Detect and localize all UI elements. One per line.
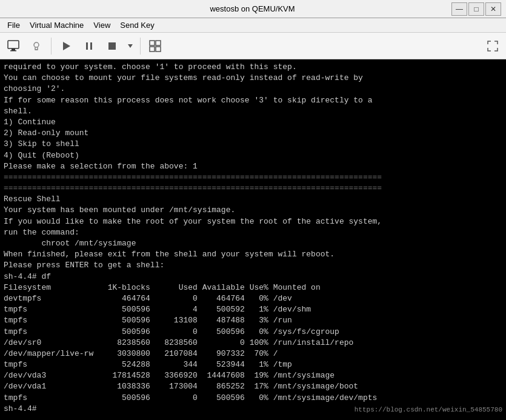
lightbulb-button[interactable] bbox=[25, 35, 47, 57]
terminal-line: If you would like to make the root of yo… bbox=[4, 216, 502, 227]
terminal-line: /dev/vda3 17814528 3366920 14447608 19% … bbox=[4, 370, 502, 381]
svg-rect-8 bbox=[108, 42, 116, 50]
terminal-line: tmpfs 500596 4 500592 1% /dev/shm bbox=[4, 304, 502, 315]
dropdown-icon bbox=[127, 42, 134, 50]
vm-screenshot-icon bbox=[148, 39, 162, 53]
svg-rect-1 bbox=[12, 48, 15, 50]
terminal-line: /dev/sr0 8238560 8238560 0 100% /run/ins… bbox=[4, 338, 502, 348]
play-icon bbox=[61, 41, 72, 52]
terminal-line: tmpfs 500596 0 500596 0% /mnt/sysimage/d… bbox=[4, 393, 502, 404]
terminal-line: ========================================… bbox=[4, 172, 502, 183]
terminal-line: run the command: bbox=[4, 227, 502, 238]
terminal-line: If for some reason this process does not… bbox=[4, 95, 502, 106]
svg-marker-9 bbox=[128, 44, 133, 48]
terminal-line: /dev/vda1 1038336 173004 865252 17% /mnt… bbox=[4, 381, 502, 392]
minimize-button[interactable]: — bbox=[451, 2, 467, 16]
terminal-line: 2) Read-only mount bbox=[4, 128, 502, 139]
close-button[interactable]: ✕ bbox=[485, 2, 501, 16]
terminal-line: sh-4.4# df bbox=[4, 272, 502, 282]
title-bar-controls: — □ ✕ bbox=[451, 2, 501, 16]
svg-rect-7 bbox=[90, 42, 92, 50]
svg-rect-0 bbox=[8, 41, 19, 48]
terminal-line: tmpfs 524288 344 523944 1% /tmp bbox=[4, 359, 502, 370]
terminal-line: choosing '2'. bbox=[4, 84, 502, 95]
terminal-line: Rescue Shell bbox=[4, 194, 502, 205]
window-title: westosb on QEMU/KVM bbox=[210, 4, 295, 13]
terminal-line: ========================================… bbox=[4, 183, 502, 194]
terminal-line: Filesystem 1K-blocks Used Available Use%… bbox=[4, 282, 502, 293]
terminal-line: When finished, please exit from the shel… bbox=[4, 249, 502, 260]
svg-rect-12 bbox=[150, 47, 155, 52]
terminal-line: chroot /mnt/sysimage bbox=[4, 238, 502, 249]
terminal-line: 1) Continue bbox=[4, 117, 502, 128]
svg-marker-5 bbox=[63, 42, 70, 50]
menu-virtual-machine[interactable]: Virtual Machine bbox=[25, 19, 88, 31]
toolbar bbox=[0, 33, 506, 59]
terminal-line: Please make a selection from the above: … bbox=[4, 161, 502, 172]
title-bar: westosb on QEMU/KVM — □ ✕ bbox=[0, 0, 506, 18]
menu-bar: File Virtual Machine View Send Key bbox=[0, 18, 506, 33]
svg-rect-2 bbox=[10, 50, 16, 52]
stop-icon bbox=[107, 41, 118, 52]
svg-rect-11 bbox=[156, 41, 161, 45]
svg-point-3 bbox=[34, 42, 39, 47]
fullscreen-icon bbox=[486, 39, 499, 53]
monitor-icon bbox=[7, 39, 20, 53]
pause-button[interactable] bbox=[78, 35, 100, 57]
dropdown-button[interactable] bbox=[124, 35, 136, 57]
watermark: https://blog.csdn.net/weixin_54855780 bbox=[355, 405, 502, 415]
svg-rect-10 bbox=[150, 41, 155, 45]
monitor-button[interactable] bbox=[2, 35, 24, 57]
svg-rect-6 bbox=[86, 42, 88, 50]
toolbar-separator-1 bbox=[51, 38, 52, 55]
terminal-line: devtmpfs 464764 0 464764 0% /dev bbox=[4, 293, 502, 304]
maximize-button[interactable]: □ bbox=[468, 2, 484, 16]
terminal-line: You can choose to mount your file system… bbox=[4, 73, 502, 84]
terminal-line: required to your system. choose '1' to p… bbox=[4, 62, 502, 73]
terminal-line: Please press ENTER to get a shell: bbox=[4, 260, 502, 271]
terminal-line: 4) Quit (Reboot) bbox=[4, 150, 502, 161]
pause-icon bbox=[84, 41, 95, 52]
vm-screenshot-button[interactable] bbox=[144, 35, 166, 57]
toolbar-separator-2 bbox=[140, 38, 141, 55]
terminal-line: shell. bbox=[4, 106, 502, 117]
play-button[interactable] bbox=[55, 35, 77, 57]
stop-button[interactable] bbox=[101, 35, 123, 57]
terminal-line: 3) Skip to shell bbox=[4, 139, 502, 150]
terminal-window[interactable]: required to your system. choose '1' to p… bbox=[0, 59, 506, 420]
fullscreen-button[interactable] bbox=[482, 35, 504, 57]
terminal-line: Your system has been mounted under /mnt/… bbox=[4, 205, 502, 216]
svg-rect-13 bbox=[156, 47, 161, 52]
terminal-line: tmpfs 500596 0 500596 0% /sys/fs/cgroup bbox=[4, 327, 502, 338]
menu-file[interactable]: File bbox=[2, 19, 25, 31]
menu-view[interactable]: View bbox=[88, 19, 115, 31]
lightbulb-icon bbox=[30, 39, 43, 53]
terminal-line: /dev/mapper/live-rw 3030800 2107084 9073… bbox=[4, 348, 502, 359]
terminal-line: tmpfs 500596 13108 487488 3% /run bbox=[4, 315, 502, 326]
menu-send-key[interactable]: Send Key bbox=[115, 19, 159, 31]
